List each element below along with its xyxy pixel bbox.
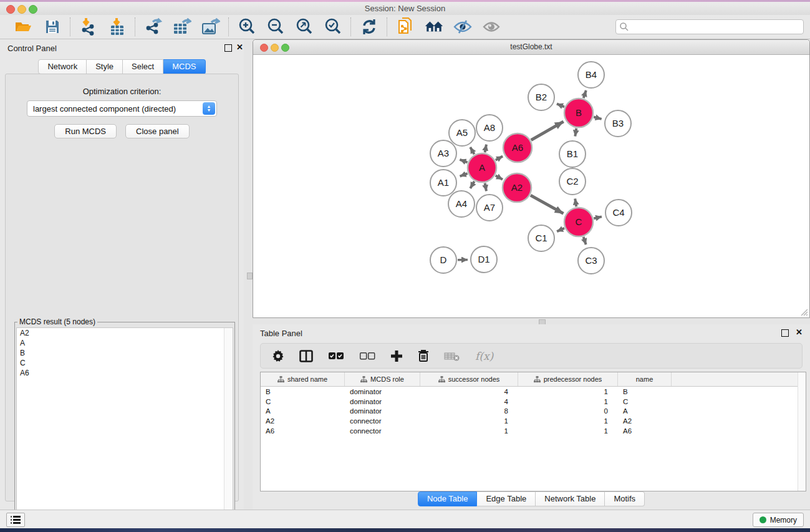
column-icon[interactable]: [299, 348, 313, 364]
search-input[interactable]: [629, 22, 803, 32]
network-canvas[interactable]: B4B2BB3A8A5A6A3B1AA1C2A2A4A7C4CC1C3DD1: [254, 55, 809, 317]
gear-icon[interactable]: [272, 348, 284, 364]
table-cell[interactable]: A2: [618, 417, 672, 425]
tab-network[interactable]: Network: [38, 59, 87, 74]
close-panel-icon[interactable]: ✕: [236, 42, 243, 52]
mcds-result-list[interactable]: A2ABCA6: [16, 327, 233, 523]
close-panel-button[interactable]: Close panel: [125, 124, 190, 138]
tab-select[interactable]: Select: [123, 59, 163, 74]
node-A2[interactable]: A2: [503, 173, 531, 202]
result-item[interactable]: C: [17, 358, 233, 368]
open-folder-icon[interactable]: [14, 17, 33, 36]
edge-B-B2[interactable]: [557, 104, 564, 107]
tab-style[interactable]: Style: [87, 59, 123, 74]
add-column-icon[interactable]: [390, 348, 403, 364]
column-header-successor-nodes[interactable]: successor nodes: [420, 372, 518, 386]
table-close-panel-icon[interactable]: ✕: [796, 327, 803, 337]
run-mcds-button[interactable]: Run MCDS: [54, 124, 117, 138]
table-cell[interactable]: C: [261, 398, 345, 405]
edge-A-A5[interactable]: [470, 147, 474, 154]
vertical-splitter-handle[interactable]: [247, 273, 253, 279]
node-A6[interactable]: A6: [503, 133, 532, 162]
tab-node-table[interactable]: Node Table: [418, 491, 478, 506]
table-cell[interactable]: B: [618, 388, 672, 395]
table-cell[interactable]: C: [618, 398, 672, 405]
node-B4[interactable]: B4: [578, 62, 604, 88]
table-cell[interactable]: A6: [261, 427, 345, 435]
table-cell[interactable]: dominator: [345, 388, 420, 395]
node-A8[interactable]: A8: [476, 115, 503, 141]
node-D1[interactable]: D1: [471, 246, 497, 273]
zoom-fit-icon[interactable]: [295, 17, 314, 36]
result-item[interactable]: A: [17, 338, 233, 348]
network-graph[interactable]: B4B2BB3A8A5A6A3B1AA1C2A2A4A7C4CC1C3DD1: [254, 55, 810, 317]
function-builder-icon[interactable]: f(x): [475, 348, 493, 364]
node-B3[interactable]: B3: [605, 110, 631, 137]
table-cell[interactable]: A6: [618, 427, 672, 435]
import-table-icon[interactable]: [108, 17, 127, 36]
destroy-table-icon[interactable]: [444, 348, 460, 364]
edge-C-C1[interactable]: [557, 228, 564, 231]
node-A5[interactable]: A5: [449, 120, 475, 146]
table-row[interactable]: Adominator80A: [261, 406, 806, 416]
column-header-MCDS-role[interactable]: MCDS role: [345, 372, 420, 386]
table-cell[interactable]: 1: [420, 427, 518, 435]
memory-button[interactable]: Memory: [753, 513, 804, 527]
edge-B-B4[interactable]: [584, 90, 586, 98]
table-cell[interactable]: A2: [261, 417, 345, 425]
table-cell[interactable]: 1: [518, 417, 618, 425]
table-cell[interactable]: 1: [420, 417, 518, 425]
table-float-panel-icon[interactable]: [781, 329, 789, 337]
task-history-button[interactable]: [6, 513, 25, 527]
node-A7[interactable]: A7: [476, 195, 503, 221]
edge-A-A3[interactable]: [460, 160, 467, 163]
tab-network-table[interactable]: Network Table: [536, 491, 605, 506]
zoom-out-icon[interactable]: [266, 17, 285, 36]
node-B[interactable]: B: [564, 99, 593, 127]
table-cell[interactable]: 8: [420, 407, 518, 415]
tab-mcds[interactable]: MCDS: [163, 59, 205, 74]
export-image-icon[interactable]: [201, 17, 220, 36]
table-cell[interactable]: connector: [345, 417, 420, 425]
node-C2[interactable]: C2: [559, 168, 586, 195]
minimize-traffic-light[interactable]: [17, 5, 26, 14]
network-window-titlebar[interactable]: testGlobe.txt: [253, 40, 809, 55]
float-panel-icon[interactable]: [224, 44, 232, 52]
edge-A-A8[interactable]: [485, 145, 486, 153]
export-network-icon[interactable]: [144, 17, 163, 36]
node-table[interactable]: shared nameMCDS rolesuccessor nodesprede…: [260, 372, 806, 491]
table-cell[interactable]: 4: [420, 398, 518, 405]
edge-C-C2[interactable]: [575, 198, 576, 206]
result-scrollbar[interactable]: [224, 328, 233, 522]
tab-edge-table[interactable]: Edge Table: [477, 491, 536, 506]
table-row[interactable]: Bdominator41B: [261, 387, 806, 397]
edge-C-C4[interactable]: [594, 216, 602, 218]
node-C[interactable]: C: [564, 208, 593, 236]
node-C1[interactable]: C1: [528, 225, 554, 251]
eye-icon[interactable]: [482, 17, 501, 36]
close-traffic-light[interactable]: [6, 5, 15, 14]
result-item[interactable]: A2: [17, 328, 233, 338]
node-A3[interactable]: A3: [430, 140, 456, 167]
table-cell[interactable]: 0: [518, 407, 618, 415]
edge-A2-C[interactable]: [531, 195, 564, 213]
edge-A6-B[interactable]: [531, 122, 564, 140]
table-cell[interactable]: 1: [518, 388, 618, 395]
edge-A-A2[interactable]: [496, 175, 503, 179]
table-scrollbar[interactable]: [798, 372, 806, 491]
tab-motifs[interactable]: Motifs: [605, 491, 645, 506]
network-zoom-traffic-light[interactable]: [281, 44, 289, 52]
edge-B-B1[interactable]: [575, 128, 576, 137]
column-header-shared-name[interactable]: shared name: [261, 372, 345, 386]
table-cell[interactable]: 1: [518, 398, 618, 405]
edge-A-A6[interactable]: [496, 156, 503, 160]
zoom-traffic-light[interactable]: [29, 5, 37, 14]
table-cell[interactable]: 4: [420, 388, 518, 395]
import-network-icon[interactable]: [79, 17, 98, 36]
search-box[interactable]: [615, 19, 804, 34]
zoom-in-icon[interactable]: [238, 17, 256, 36]
table-cell[interactable]: B: [261, 388, 345, 395]
resize-grip-icon[interactable]: [800, 308, 808, 316]
edge-B-B3[interactable]: [594, 117, 602, 119]
table-cell[interactable]: connector: [345, 427, 420, 435]
